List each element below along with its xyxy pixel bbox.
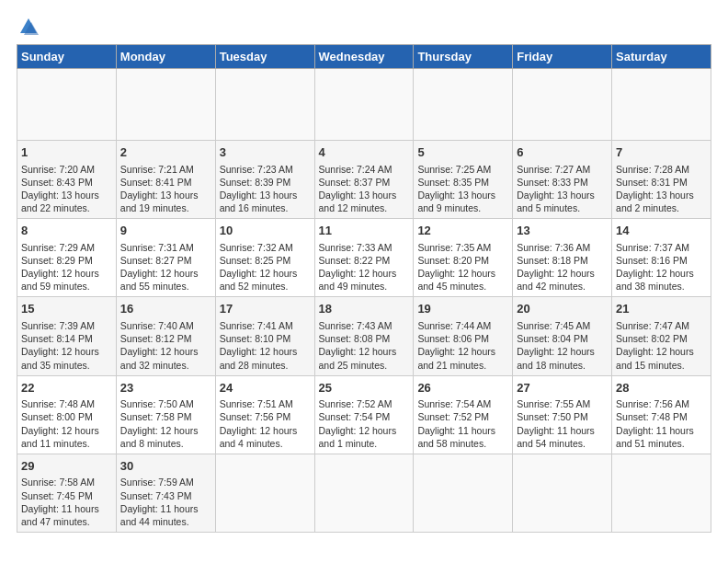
sunrise: Sunrise: 7:37 AM xyxy=(616,241,707,254)
week-row-2: 8Sunrise: 7:29 AMSunset: 8:29 PMDaylight… xyxy=(17,219,711,297)
day-number: 26 xyxy=(417,380,508,396)
sunset: Sunset: 8:00 PM xyxy=(21,410,112,423)
daylight: Daylight: 12 hours and 8 minutes. xyxy=(120,424,211,450)
sunrise: Sunrise: 7:40 AM xyxy=(120,319,211,332)
sunset: Sunset: 8:18 PM xyxy=(517,254,608,267)
sunrise: Sunrise: 7:54 AM xyxy=(417,397,508,410)
sunrise: Sunrise: 7:32 AM xyxy=(220,241,311,254)
day-number: 4 xyxy=(319,144,410,161)
calendar-cell xyxy=(513,69,612,141)
day-number: 20 xyxy=(517,301,608,317)
day-number: 29 xyxy=(21,458,112,475)
calendar-cell xyxy=(414,69,513,141)
sunset: Sunset: 8:22 PM xyxy=(319,254,410,267)
calendar-cell xyxy=(314,454,414,532)
calendar-cell: 23Sunrise: 7:50 AMSunset: 7:58 PMDayligh… xyxy=(116,375,215,454)
daylight: Daylight: 13 hours and 22 minutes. xyxy=(21,189,112,214)
calendar-cell: 22Sunrise: 7:48 AMSunset: 8:00 PMDayligh… xyxy=(17,375,117,454)
day-number: 24 xyxy=(220,380,311,396)
day-number: 28 xyxy=(616,380,707,396)
header-row: SundayMondayTuesdayWednesdayThursdayFrid… xyxy=(17,45,711,69)
sunset: Sunset: 8:27 PM xyxy=(120,254,211,267)
week-row-0 xyxy=(17,69,711,141)
daylight: Daylight: 12 hours and 21 minutes. xyxy=(417,345,508,371)
sunrise: Sunrise: 7:27 AM xyxy=(517,163,608,176)
col-header-tuesday: Tuesday xyxy=(215,45,314,69)
header xyxy=(17,17,711,37)
daylight: Daylight: 12 hours and 15 minutes. xyxy=(616,345,707,371)
calendar-cell: 5Sunrise: 7:25 AMSunset: 8:35 PMDaylight… xyxy=(414,141,513,219)
sunset: Sunset: 8:14 PM xyxy=(21,332,112,345)
daylight: Daylight: 12 hours and 11 minutes. xyxy=(21,424,112,450)
sunset: Sunset: 7:48 PM xyxy=(616,410,707,423)
sunrise: Sunrise: 7:43 AM xyxy=(319,319,410,332)
day-number: 17 xyxy=(220,301,311,317)
calendar-cell: 28Sunrise: 7:56 AMSunset: 7:48 PMDayligh… xyxy=(612,375,711,454)
calendar-cell xyxy=(314,69,414,141)
col-header-friday: Friday xyxy=(513,45,612,69)
sunset: Sunset: 8:04 PM xyxy=(517,332,608,345)
col-header-wednesday: Wednesday xyxy=(314,45,414,69)
sunset: Sunset: 8:33 PM xyxy=(517,176,608,189)
calendar-cell xyxy=(612,454,711,532)
daylight: Daylight: 12 hours and 38 minutes. xyxy=(616,267,707,293)
daylight: Daylight: 13 hours and 12 minutes. xyxy=(319,189,410,214)
daylight: Daylight: 12 hours and 35 minutes. xyxy=(21,345,112,371)
sunset: Sunset: 8:12 PM xyxy=(120,332,211,345)
daylight: Daylight: 12 hours and 55 minutes. xyxy=(120,267,211,293)
daylight: Daylight: 11 hours and 51 minutes. xyxy=(616,424,707,450)
col-header-saturday: Saturday xyxy=(612,45,711,69)
calendar-cell: 15Sunrise: 7:39 AMSunset: 8:14 PMDayligh… xyxy=(17,297,117,375)
calendar-cell: 8Sunrise: 7:29 AMSunset: 8:29 PMDaylight… xyxy=(17,219,117,297)
calendar-cell: 10Sunrise: 7:32 AMSunset: 8:25 PMDayligh… xyxy=(215,219,314,297)
sunset: Sunset: 8:25 PM xyxy=(220,254,311,267)
calendar-cell: 17Sunrise: 7:41 AMSunset: 8:10 PMDayligh… xyxy=(215,297,314,375)
calendar-cell: 16Sunrise: 7:40 AMSunset: 8:12 PMDayligh… xyxy=(116,297,215,375)
sunrise: Sunrise: 7:35 AM xyxy=(417,241,508,254)
sunset: Sunset: 8:43 PM xyxy=(21,176,112,189)
day-number: 11 xyxy=(319,223,410,239)
calendar-cell: 1Sunrise: 7:20 AMSunset: 8:43 PMDaylight… xyxy=(17,141,117,219)
calendar-cell: 20Sunrise: 7:45 AMSunset: 8:04 PMDayligh… xyxy=(513,297,612,375)
sunset: Sunset: 8:39 PM xyxy=(220,176,311,189)
logo-icon xyxy=(18,17,39,37)
day-number: 12 xyxy=(417,223,508,239)
sunrise: Sunrise: 7:45 AM xyxy=(517,319,608,332)
day-number: 23 xyxy=(120,380,211,396)
day-number: 30 xyxy=(120,458,211,475)
sunrise: Sunrise: 7:23 AM xyxy=(220,163,311,176)
daylight: Daylight: 12 hours and 49 minutes. xyxy=(319,267,410,293)
day-number: 15 xyxy=(21,301,112,317)
calendar-cell: 25Sunrise: 7:52 AMSunset: 7:54 PMDayligh… xyxy=(314,375,414,454)
calendar-cell: 2Sunrise: 7:21 AMSunset: 8:41 PMDaylight… xyxy=(116,141,215,219)
daylight: Daylight: 12 hours and 25 minutes. xyxy=(319,345,410,371)
sunrise: Sunrise: 7:55 AM xyxy=(517,397,608,410)
day-number: 19 xyxy=(417,301,508,317)
calendar-cell xyxy=(513,454,612,532)
sunrise: Sunrise: 7:58 AM xyxy=(21,476,112,488)
sunset: Sunset: 8:31 PM xyxy=(616,176,707,189)
day-number: 22 xyxy=(21,380,112,396)
sunset: Sunset: 8:37 PM xyxy=(319,176,410,189)
day-number: 16 xyxy=(120,301,211,317)
day-number: 8 xyxy=(21,223,112,239)
daylight: Daylight: 13 hours and 9 minutes. xyxy=(417,189,508,214)
calendar-cell: 11Sunrise: 7:33 AMSunset: 8:22 PMDayligh… xyxy=(314,219,414,297)
day-number: 13 xyxy=(517,223,608,239)
week-row-4: 22Sunrise: 7:48 AMSunset: 8:00 PMDayligh… xyxy=(17,375,711,454)
calendar-cell: 7Sunrise: 7:28 AMSunset: 8:31 PMDaylight… xyxy=(612,141,711,219)
daylight: Daylight: 11 hours and 58 minutes. xyxy=(417,424,508,450)
page: SundayMondayTuesdayWednesdayThursdayFrid… xyxy=(0,0,728,542)
calendar-cell: 13Sunrise: 7:36 AMSunset: 8:18 PMDayligh… xyxy=(513,219,612,297)
sunset: Sunset: 8:08 PM xyxy=(319,332,410,345)
day-number: 1 xyxy=(21,144,112,161)
day-number: 25 xyxy=(319,380,410,396)
sunset: Sunset: 7:58 PM xyxy=(120,410,211,423)
calendar-cell: 29Sunrise: 7:58 AMSunset: 7:45 PMDayligh… xyxy=(17,454,117,532)
week-row-3: 15Sunrise: 7:39 AMSunset: 8:14 PMDayligh… xyxy=(17,297,711,375)
daylight: Daylight: 12 hours and 4 minutes. xyxy=(220,424,311,450)
calendar-cell xyxy=(215,69,314,141)
sunset: Sunset: 8:20 PM xyxy=(417,254,508,267)
day-number: 5 xyxy=(417,144,508,161)
day-number: 27 xyxy=(517,380,608,396)
